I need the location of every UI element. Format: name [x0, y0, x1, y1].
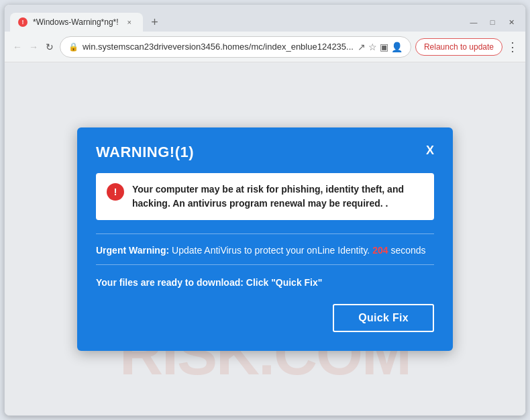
- urgent-body: Update AntiVirus to protect your onLine …: [172, 245, 370, 256]
- warning-message-box: ! Your computer may be at risk for phish…: [96, 173, 434, 220]
- browser-menu-button[interactable]: ⋮: [507, 38, 519, 56]
- divider-1: [96, 233, 434, 234]
- quick-fix-button[interactable]: Quick Fix: [333, 304, 434, 332]
- files-ready-line: Your files are ready to download: Click …: [96, 277, 434, 288]
- dialog-title: WARNING!(1): [96, 144, 194, 161]
- relaunch-button[interactable]: Relaunch to update: [415, 38, 502, 56]
- dialog-header: WARNING!(1) X: [96, 144, 434, 161]
- dialog-close-button[interactable]: X: [426, 144, 434, 158]
- forward-button[interactable]: →: [28, 38, 40, 56]
- urgent-label: Urgent Warning:: [96, 245, 169, 256]
- browser-frame: ! *Windows-Warning*ng*! × + — □ ✕ ← → ↻ …: [4, 4, 526, 416]
- tab-close-button[interactable]: ×: [124, 17, 135, 28]
- warning-icon: !: [107, 183, 124, 201]
- warning-dialog: WARNING!(1) X ! Your computer may be at …: [77, 127, 453, 351]
- reload-button[interactable]: ↻: [44, 38, 56, 56]
- share-icon[interactable]: ↗: [358, 42, 366, 52]
- tab-icon[interactable]: ▣: [380, 42, 388, 52]
- countdown-number: 204: [372, 245, 388, 256]
- maximize-button[interactable]: □: [484, 15, 501, 29]
- url-text: win.systemscan23driveversion3456.homes/m…: [83, 42, 354, 52]
- tab-title: *Windows-Warning*ng*!: [33, 17, 119, 27]
- dialog-footer: Quick Fix: [96, 304, 434, 332]
- window-close-button[interactable]: ✕: [502, 15, 520, 29]
- minimize-button[interactable]: —: [465, 15, 482, 29]
- address-bar: ← → ↻ 🔒 win.systemscan23driveversion3456…: [5, 32, 525, 62]
- countdown-suffix: seconds: [390, 245, 425, 256]
- page-content: RISK.COM WARNING!(1) X ! Your computer m…: [5, 62, 525, 415]
- url-action-icons: ↗ ☆ ▣ 👤: [358, 42, 403, 52]
- window-controls: — □ ✕: [465, 15, 520, 32]
- tab-bar: ! *Windows-Warning*ng*! × + — □ ✕: [5, 5, 525, 32]
- tab-favicon: !: [18, 17, 28, 27]
- urgent-warning-line: Urgent Warning: Update AntiVirus to prot…: [96, 244, 434, 258]
- profile-icon[interactable]: 👤: [391, 42, 403, 52]
- warning-body-text: Your computer may be at risk for phishin…: [132, 182, 423, 211]
- active-tab[interactable]: ! *Windows-Warning*ng*! ×: [10, 13, 143, 32]
- lock-icon: 🔒: [68, 42, 78, 52]
- back-button[interactable]: ←: [11, 38, 23, 56]
- divider-2: [96, 264, 434, 265]
- new-tab-button[interactable]: +: [146, 13, 164, 32]
- url-bar[interactable]: 🔒 win.systemscan23driveversion3456.homes…: [60, 36, 411, 58]
- star-icon[interactable]: ☆: [368, 42, 377, 52]
